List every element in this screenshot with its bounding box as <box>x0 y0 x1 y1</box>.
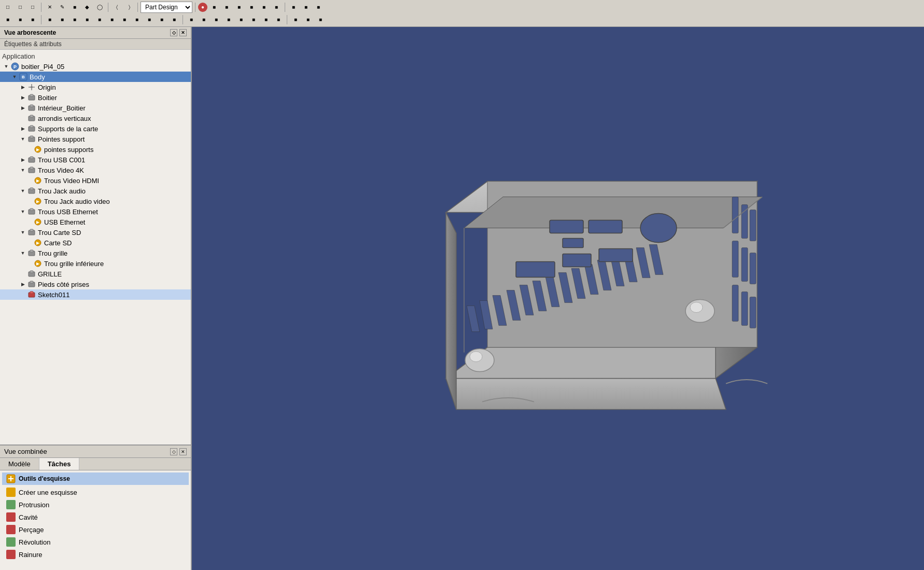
pointes-toggle[interactable]: ▼ <box>19 135 27 143</box>
toolbar-btn-12[interactable]: ■ <box>208 2 220 13</box>
interieur-toggle[interactable]: ▶ <box>19 104 27 112</box>
pieds-toggle[interactable]: ▶ <box>19 280 27 288</box>
toolbar-btn-15[interactable]: ■ <box>246 2 257 13</box>
toolbar-btn-22[interactable]: ■ <box>15 14 26 25</box>
toolbar-btn-32[interactable]: ■ <box>144 14 155 25</box>
toolbar-btn-11[interactable]: ● <box>198 3 207 12</box>
toolbar-btn-45[interactable]: ■ <box>315 14 326 25</box>
panel-close-btn[interactable]: ✕ <box>179 29 187 36</box>
toolbar-btn-34[interactable]: ■ <box>169 14 180 25</box>
toolbar-btn-23[interactable]: ■ <box>27 14 38 25</box>
combined-pin-btn[interactable]: ◇ <box>170 448 177 455</box>
toolbar-btn-17[interactable]: ■ <box>271 2 282 13</box>
toolbar-btn-18[interactable]: ■ <box>288 2 299 13</box>
toolbar-btn-33[interactable]: ■ <box>156 14 167 25</box>
workbench-dropdown[interactable]: Part Design <box>141 2 192 13</box>
trou-grille-toggle[interactable]: ▼ <box>19 249 27 257</box>
toolbar-btn-28[interactable]: ■ <box>94 14 105 25</box>
trou-carte-sd-toggle[interactable]: ▼ <box>19 228 27 237</box>
toolbar-btn-7[interactable]: ◆ <box>81 2 93 13</box>
trou-jack-item[interactable]: ▼ Trou Jack audio <box>0 186 191 196</box>
tab-taches[interactable]: Tâches <box>39 458 80 470</box>
toolbar-btn-16[interactable]: ■ <box>258 2 270 13</box>
toolbar-btn-40[interactable]: ■ <box>248 14 259 25</box>
root-toggle[interactable]: ▼ <box>2 62 10 71</box>
toolbar-btn-20[interactable]: ■ <box>313 2 324 13</box>
toolbar-btn-36[interactable]: ■ <box>198 14 209 25</box>
sketch011-item[interactable]: ▶ Sketch011 <box>0 289 191 300</box>
toolbar-btn-21[interactable]: ■ <box>2 14 13 25</box>
toolbar-btn-14[interactable]: ■ <box>233 2 245 13</box>
body-item[interactable]: ▼ B Body <box>0 72 191 82</box>
trou-jack-sub-item[interactable]: ▶ Trou Jack audio video <box>0 196 191 206</box>
toolbar-btn-29[interactable]: ■ <box>106 14 118 25</box>
toolbar-btn-4[interactable]: ✕ <box>44 2 55 13</box>
pointes-item[interactable]: ▼ Pointes support <box>0 134 191 144</box>
tab-bar: Modèle Tâches <box>0 458 191 470</box>
origin-toggle[interactable]: ▶ <box>19 83 27 91</box>
toolbar-btn-27[interactable]: ■ <box>81 14 93 25</box>
toolbar-btn-5[interactable]: ✎ <box>57 2 68 13</box>
svg-text:▶: ▶ <box>36 199 40 204</box>
trou-grille-sub-item[interactable]: ▶ Trou grille inférieure <box>0 258 191 269</box>
toolbar-btn-43[interactable]: ■ <box>290 14 301 25</box>
toolbar-btn-35[interactable]: ■ <box>186 14 197 25</box>
trou-grille-item[interactable]: ▼ Trou grille <box>0 248 191 258</box>
toolbar-btn-42[interactable]: ■ <box>273 14 284 25</box>
tool-revolution[interactable]: Révolution <box>2 536 189 548</box>
carte-sd-sub-item[interactable]: ▶ Carte SD <box>0 238 191 248</box>
panel-pin-btn[interactable]: ◇ <box>170 29 177 36</box>
toolbar-btn-41[interactable]: ■ <box>260 14 272 25</box>
toolbar-btn-31[interactable]: ■ <box>131 14 143 25</box>
boitier-toggle[interactable]: ▶ <box>19 93 27 102</box>
supports-toggle[interactable]: ▶ <box>19 124 27 133</box>
toolbar-btn-26[interactable]: ■ <box>69 14 80 25</box>
toolbar-btn-13[interactable]: ■ <box>221 2 232 13</box>
trou-usb-c-toggle[interactable]: ▶ <box>19 156 27 164</box>
trous-usb-eth-item[interactable]: ▼ Trous USB Ethernet <box>0 206 191 217</box>
toolbar-btn-38[interactable]: ■ <box>223 14 234 25</box>
toolbar-btn-2[interactable]: □ <box>15 2 26 13</box>
tab-modele[interactable]: Modèle <box>0 458 39 470</box>
arrondis-item[interactable]: ▶ arrondis verticaux <box>0 113 191 123</box>
trou-jack-toggle[interactable]: ▼ <box>19 187 27 195</box>
root-item[interactable]: ▼ P boitier_Pi4_05 <box>0 61 191 72</box>
toolbar-btn-3[interactable]: □ <box>27 2 38 13</box>
trous-video-toggle[interactable]: ▼ <box>19 166 27 174</box>
toolbar-btn-19[interactable]: ■ <box>300 2 312 13</box>
trou-carte-sd-item[interactable]: ▼ Trou Carte SD <box>0 227 191 238</box>
tool-percage[interactable]: Perçage <box>2 523 189 536</box>
tool-rainure[interactable]: Rainure <box>2 548 189 561</box>
toolbar-btn-39[interactable]: ■ <box>235 14 247 25</box>
supports-item[interactable]: ▶ Supports de la carte <box>0 123 191 134</box>
tool-creer-esquisse[interactable]: Créer une esquisse <box>2 486 189 498</box>
pointes-sub-item[interactable]: ▶ pointes supports <box>0 144 191 155</box>
origin-item[interactable]: ▶ Origin <box>0 82 191 92</box>
toolbar-btn-9[interactable]: 〈 <box>111 2 122 13</box>
trous-video-item[interactable]: ▼ Trous Video 4K <box>0 165 191 175</box>
toolbar-btn-1[interactable]: □ <box>2 2 13 13</box>
tool-protrusion[interactable]: Protrusion <box>2 498 189 511</box>
tree-content[interactable]: Application ▼ P boitier_Pi4_05 ▼ <box>0 50 191 444</box>
trou-usb-c-item[interactable]: ▶ Trou USB C001 <box>0 155 191 165</box>
toolbar-btn-30[interactable]: ■ <box>119 14 130 25</box>
grille-item[interactable]: ▶ GRILLE <box>0 269 191 279</box>
cavite-label: Cavité <box>19 513 38 521</box>
toolbar-btn-37[interactable]: ■ <box>211 14 222 25</box>
toolbar-btn-6[interactable]: ■ <box>69 2 80 13</box>
toolbar-btn-10[interactable]: 〉 <box>123 2 135 13</box>
toolbar-btn-44[interactable]: ■ <box>302 14 314 25</box>
viewport[interactable] <box>192 27 924 570</box>
trous-video-sub-item[interactable]: ▶ Trous Video HDMI <box>0 175 191 186</box>
interieur-item[interactable]: ▶ Intérieur_Boitier <box>0 103 191 113</box>
boitier-item[interactable]: ▶ Boitier <box>0 92 191 103</box>
combined-close-btn[interactable]: ✕ <box>179 448 187 455</box>
toolbar-btn-24[interactable]: ■ <box>44 14 55 25</box>
trous-usb-eth-toggle[interactable]: ▼ <box>19 207 27 216</box>
tool-cavite[interactable]: Cavité <box>2 511 189 523</box>
pieds-item[interactable]: ▶ Pieds côté prises <box>0 279 191 289</box>
usb-eth-sub-item[interactable]: ▶ USB Ethernet <box>0 217 191 227</box>
toolbar-btn-8[interactable]: ◯ <box>94 2 105 13</box>
toolbar-btn-25[interactable]: ■ <box>57 14 68 25</box>
body-toggle[interactable]: ▼ <box>10 73 19 81</box>
